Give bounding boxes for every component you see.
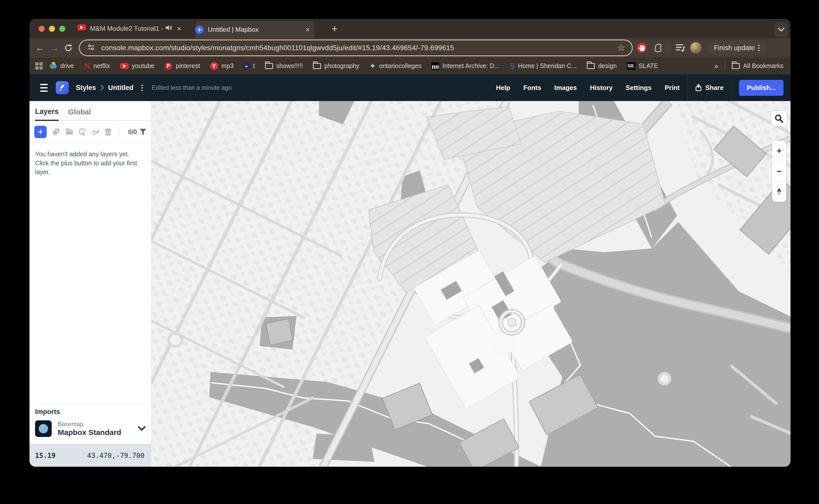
finish-update-label: Finish update [714,44,755,52]
share-label: Share [705,84,723,92]
reload-button[interactable] [61,41,75,55]
hide-layer-eye-off-icon[interactable] [91,128,99,136]
bookmark-ontariocolleges[interactable]: ✦ ontariocolleges [369,61,422,70]
bookmark-label: Home | Sheridan C... [518,62,577,70]
zoom-out-button[interactable]: − [772,161,786,181]
bookmark-slate[interactable]: D2L SLATE [627,62,658,70]
address-bar[interactable]: console.mapbox.com/studio/styles/monatgn… [79,40,633,56]
group-layers-folder-icon[interactable] [65,128,73,136]
finish-update-button[interactable]: Finish update [707,41,766,55]
all-bookmarks-label: All Bookmarks [743,62,783,70]
mapbox-favicon-icon [195,25,204,34]
expand-chevron-icon[interactable] [138,426,145,431]
empty-layers-message: You haven't added any layers yet. Click … [29,143,151,177]
nav-images[interactable]: Images [554,84,577,92]
bookmark-label: netflix [94,62,110,70]
menu-hamburger-icon[interactable] [40,84,48,92]
d2l-icon: D2L [627,62,636,70]
filter-funnel-icon[interactable] [139,128,146,135]
bookmark-netflix[interactable]: N netflix [84,61,110,71]
map-search-button[interactable] [771,111,787,126]
bookmarks-bar: drive N netflix youtube P pinterest Y mp… [29,57,791,74]
tab-youtube[interactable]: M&M Module2 Tutorial1 - Y × [77,19,186,38]
tab-search-button[interactable] [774,23,788,37]
breadcrumb-style-name[interactable]: Untitled [108,84,134,92]
bookmark-t[interactable]: ▸ t [244,62,255,70]
breadcrumb-chevron-icon [100,84,104,91]
zoom-in-button[interactable]: + [772,141,786,161]
map-canvas[interactable] [151,101,791,467]
minimize-window-button[interactable] [49,26,55,32]
nav-history[interactable]: History [590,84,613,92]
pitch-bearing-button[interactable] [772,182,786,202]
bookmark-label: photography [324,62,359,70]
bookmark-youtube[interactable]: youtube [120,62,154,70]
new-tab-button[interactable]: + [328,22,341,35]
panel-tabs: Layers Global [29,101,151,121]
bookmarks-separator [43,62,44,70]
bookmarks-overflow-chevron[interactable]: » [714,62,718,70]
bookmark-label: ontariocolleges [379,62,422,70]
header-separator [731,74,732,101]
bookmark-mp3[interactable]: Y mp3 [210,62,234,70]
mp3-site-icon: Y [210,62,218,70]
bookmark-folder-shows[interactable]: shows!!!!! [265,62,303,70]
search-icon [775,114,783,123]
adblock-extension-icon[interactable] [635,41,649,55]
bookmark-internet-archive[interactable]: Internet Archive: D... [432,62,500,70]
tab-strip: M&M Module2 Tutorial1 - Y × Untitled | M… [29,19,791,38]
back-button[interactable]: ← [33,41,47,55]
zoom-window-button[interactable] [59,26,65,32]
map-zoom-controls: + − [772,141,786,202]
close-window-button[interactable] [39,26,45,32]
apps-grid-icon[interactable] [36,62,42,69]
nav-settings[interactable]: Settings [626,84,652,92]
duplicate-layer-icon[interactable] [52,128,60,136]
browser-toolbar: ← → console.mapbox.com/studio/styles/mon… [29,38,791,57]
bookmark-star-icon[interactable]: ☆ [617,43,625,53]
extensions-puzzle-icon[interactable] [651,41,665,55]
basemap-import-row[interactable]: Basemap Mapbox Standard [29,420,151,444]
layer-actions-row: + 0/0 [29,121,151,143]
bookmark-label: SLATE [639,62,658,70]
chrome-menu-icon[interactable] [755,45,763,51]
style-options-kebab-icon[interactable] [138,85,146,91]
bookmark-pinterest[interactable]: P pinterest [164,62,200,70]
netflix-icon: N [84,61,90,71]
profile-avatar[interactable] [690,42,702,54]
all-bookmarks-button[interactable]: All Bookmarks [732,62,783,70]
publish-button[interactable]: Publish... [739,80,783,96]
breadcrumb-styles[interactable]: Styles [76,84,96,92]
close-tab-icon[interactable]: × [177,25,181,33]
select-features-icon[interactable] [78,128,86,136]
forward-button[interactable]: → [47,41,61,55]
header-separator [687,74,688,101]
compass-icon [777,188,781,196]
tab-mapbox-active[interactable]: Untitled | Mapbox × [195,21,314,38]
nav-print[interactable]: Print [665,84,680,92]
bookmark-sheridan[interactable]: S Home | Sheridan C... [510,61,577,71]
nav-help[interactable]: Help [496,84,510,92]
media-controls-icon[interactable] [674,41,688,55]
bookmark-label: t [253,62,255,70]
audio-playing-icon[interactable] [165,24,172,33]
nav-fonts[interactable]: Fonts [523,84,541,92]
tab-global[interactable]: Global [68,108,91,120]
delete-layer-trash-icon[interactable] [105,128,112,136]
bookmark-folder-design[interactable]: design [587,62,617,70]
bookmark-drive[interactable]: drive [49,62,74,70]
toolbar-separator [668,43,669,53]
share-icon [695,84,702,91]
bookmark-label: Internet Archive: D... [442,62,500,70]
bookmark-folder-photography[interactable]: photography [313,62,359,70]
youtube-favicon-icon [77,24,86,33]
add-layer-button[interactable]: + [34,126,47,138]
folder-icon [587,63,595,69]
youtube-icon [120,63,129,69]
mapbox-studio-icon[interactable] [56,81,69,94]
close-tab-icon[interactable]: × [305,26,310,34]
site-settings-icon[interactable] [87,44,95,52]
tab-layers[interactable]: Layers [35,107,59,121]
share-button[interactable]: Share [695,84,723,92]
basemap-thumbnail [35,420,52,437]
